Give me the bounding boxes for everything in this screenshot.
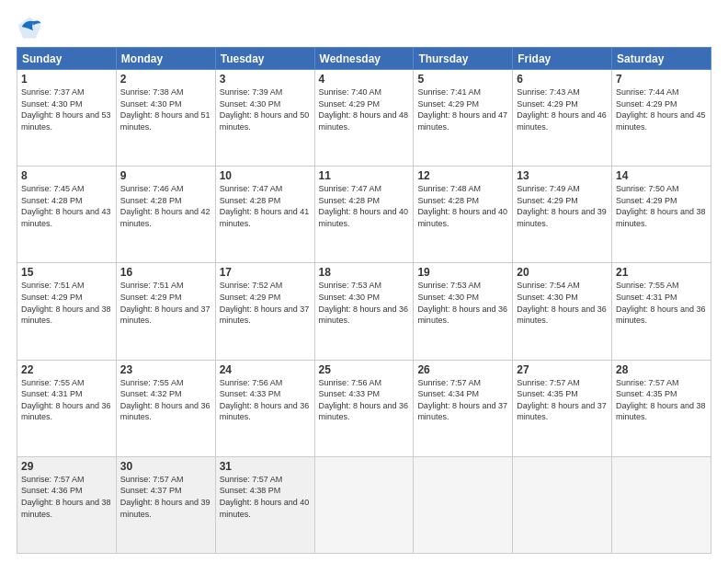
calendar-cell: 21Sunrise: 7:55 AMSunset: 4:31 PMDayligh… [612,263,711,360]
weekday-header: Tuesday [215,48,314,70]
day-info: Sunrise: 7:57 AMSunset: 4:37 PMDaylight:… [120,474,211,520]
day-number: 7 [616,73,707,86]
day-info: Sunrise: 7:46 AMSunset: 4:28 PMDaylight:… [120,183,211,229]
day-info: Sunrise: 7:51 AMSunset: 4:29 PMDaylight:… [120,280,211,326]
day-info: Sunrise: 7:50 AMSunset: 4:29 PMDaylight:… [616,183,707,229]
calendar-table: SundayMondayTuesdayWednesdayThursdayFrid… [17,47,711,554]
day-number: 1 [21,73,112,86]
calendar-cell: 26Sunrise: 7:57 AMSunset: 4:34 PMDayligh… [414,360,513,456]
weekday-header: Monday [116,48,215,70]
day-number: 23 [120,363,211,376]
calendar-cell [414,456,513,553]
day-info: Sunrise: 7:44 AMSunset: 4:29 PMDaylight:… [616,86,707,132]
calendar-cell: 31Sunrise: 7:57 AMSunset: 4:38 PMDayligh… [215,456,314,553]
calendar-cell: 7Sunrise: 7:44 AMSunset: 4:29 PMDaylight… [612,70,711,167]
day-number: 14 [616,169,707,182]
day-number: 21 [616,266,707,279]
calendar-cell: 23Sunrise: 7:55 AMSunset: 4:32 PMDayligh… [116,360,215,456]
day-info: Sunrise: 7:56 AMSunset: 4:33 PMDaylight:… [220,377,311,423]
calendar-cell [513,456,612,553]
day-info: Sunrise: 7:57 AMSunset: 4:36 PMDaylight:… [21,474,112,520]
day-number: 29 [21,460,112,473]
day-number: 2 [120,73,211,86]
calendar-cell: 4Sunrise: 7:40 AMSunset: 4:29 PMDaylight… [314,70,414,167]
day-info: Sunrise: 7:47 AMSunset: 4:28 PMDaylight:… [220,183,311,229]
day-info: Sunrise: 7:53 AMSunset: 4:30 PMDaylight:… [417,280,508,326]
day-number: 9 [120,169,211,182]
day-info: Sunrise: 7:41 AMSunset: 4:29 PMDaylight:… [417,86,508,132]
day-info: Sunrise: 7:45 AMSunset: 4:28 PMDaylight:… [21,183,112,229]
calendar-cell: 30Sunrise: 7:57 AMSunset: 4:37 PMDayligh… [116,456,215,553]
weekday-header: Saturday [612,48,711,70]
calendar-cell: 6Sunrise: 7:43 AMSunset: 4:29 PMDaylight… [513,70,612,167]
day-number: 30 [120,460,211,473]
day-number: 6 [517,73,608,86]
day-number: 8 [21,169,112,182]
day-number: 16 [120,266,211,279]
day-info: Sunrise: 7:37 AMSunset: 4:30 PMDaylight:… [21,86,112,132]
calendar-cell: 24Sunrise: 7:56 AMSunset: 4:33 PMDayligh… [215,360,314,456]
calendar-cell: 17Sunrise: 7:52 AMSunset: 4:29 PMDayligh… [215,263,314,360]
day-number: 17 [220,266,311,279]
day-info: Sunrise: 7:51 AMSunset: 4:29 PMDaylight:… [21,280,112,326]
calendar-cell: 22Sunrise: 7:55 AMSunset: 4:31 PMDayligh… [17,360,117,456]
calendar-cell [314,456,414,553]
day-number: 5 [417,73,508,86]
day-info: Sunrise: 7:47 AMSunset: 4:28 PMDaylight:… [319,183,410,229]
day-info: Sunrise: 7:54 AMSunset: 4:30 PMDaylight:… [517,280,608,326]
calendar-week-row: 15Sunrise: 7:51 AMSunset: 4:29 PMDayligh… [17,263,711,360]
day-number: 10 [220,169,311,182]
calendar-cell: 15Sunrise: 7:51 AMSunset: 4:29 PMDayligh… [17,263,117,360]
calendar-week-row: 8Sunrise: 7:45 AMSunset: 4:28 PMDaylight… [17,167,711,263]
header [17,14,711,40]
calendar-cell: 2Sunrise: 7:38 AMSunset: 4:30 PMDaylight… [116,70,215,167]
day-number: 12 [417,169,508,182]
day-number: 26 [417,363,508,376]
weekday-header: Thursday [414,48,513,70]
calendar-cell: 20Sunrise: 7:54 AMSunset: 4:30 PMDayligh… [513,263,612,360]
day-number: 28 [616,363,707,376]
day-number: 25 [319,363,410,376]
logo [17,14,46,40]
calendar-cell: 10Sunrise: 7:47 AMSunset: 4:28 PMDayligh… [215,167,314,263]
calendar-cell: 25Sunrise: 7:56 AMSunset: 4:33 PMDayligh… [314,360,414,456]
day-info: Sunrise: 7:55 AMSunset: 4:31 PMDaylight:… [21,377,112,423]
calendar-cell: 9Sunrise: 7:46 AMSunset: 4:28 PMDaylight… [116,167,215,263]
calendar-header-row: SundayMondayTuesdayWednesdayThursdayFrid… [17,48,711,70]
day-number: 31 [220,460,311,473]
day-number: 24 [220,363,311,376]
day-info: Sunrise: 7:57 AMSunset: 4:34 PMDaylight:… [417,377,508,423]
day-info: Sunrise: 7:55 AMSunset: 4:31 PMDaylight:… [616,280,707,326]
calendar-week-row: 1Sunrise: 7:37 AMSunset: 4:30 PMDaylight… [17,70,711,167]
day-info: Sunrise: 7:55 AMSunset: 4:32 PMDaylight:… [120,377,211,423]
calendar-cell: 8Sunrise: 7:45 AMSunset: 4:28 PMDaylight… [17,167,117,263]
day-info: Sunrise: 7:48 AMSunset: 4:28 PMDaylight:… [417,183,508,229]
calendar-cell: 16Sunrise: 7:51 AMSunset: 4:29 PMDayligh… [116,263,215,360]
day-number: 19 [417,266,508,279]
logo-bird-icon [17,14,42,40]
weekday-header: Friday [513,48,612,70]
day-info: Sunrise: 7:56 AMSunset: 4:33 PMDaylight:… [319,377,410,423]
day-info: Sunrise: 7:53 AMSunset: 4:30 PMDaylight:… [319,280,410,326]
calendar-cell: 11Sunrise: 7:47 AMSunset: 4:28 PMDayligh… [314,167,414,263]
weekday-header: Wednesday [314,48,414,70]
calendar-cell: 12Sunrise: 7:48 AMSunset: 4:28 PMDayligh… [414,167,513,263]
calendar-cell: 27Sunrise: 7:57 AMSunset: 4:35 PMDayligh… [513,360,612,456]
day-number: 3 [220,73,311,86]
day-number: 11 [319,169,410,182]
calendar-cell: 19Sunrise: 7:53 AMSunset: 4:30 PMDayligh… [414,263,513,360]
day-number: 22 [21,363,112,376]
day-number: 18 [319,266,410,279]
day-info: Sunrise: 7:39 AMSunset: 4:30 PMDaylight:… [220,86,311,132]
day-number: 20 [517,266,608,279]
day-number: 13 [517,169,608,182]
day-number: 27 [517,363,608,376]
day-info: Sunrise: 7:57 AMSunset: 4:35 PMDaylight:… [517,377,608,423]
calendar-cell [612,456,711,553]
calendar-week-row: 29Sunrise: 7:57 AMSunset: 4:36 PMDayligh… [17,456,711,553]
day-info: Sunrise: 7:38 AMSunset: 4:30 PMDaylight:… [120,86,211,132]
day-number: 4 [319,73,410,86]
calendar-cell: 1Sunrise: 7:37 AMSunset: 4:30 PMDaylight… [17,70,117,167]
calendar-cell: 5Sunrise: 7:41 AMSunset: 4:29 PMDaylight… [414,70,513,167]
day-info: Sunrise: 7:57 AMSunset: 4:38 PMDaylight:… [220,474,311,520]
